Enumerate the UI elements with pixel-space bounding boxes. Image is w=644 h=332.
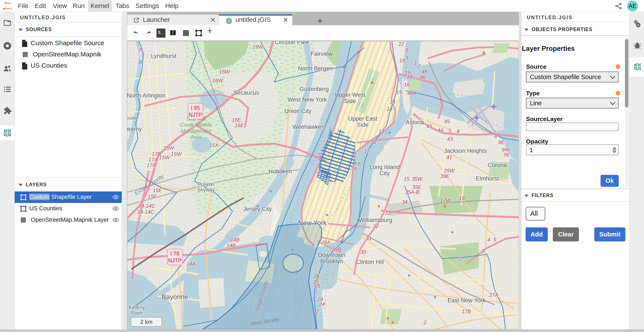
svg-text:19W: 19W: [252, 44, 264, 50]
svg-text:2 km: 2 km: [140, 318, 152, 325]
svg-text:5: 5: [448, 128, 452, 134]
svg-text:14A: 14A: [186, 261, 196, 267]
svg-text:3: 3: [405, 47, 408, 53]
svg-text:14: 14: [390, 99, 396, 105]
svg-text:Weehawken: Weehawken: [292, 124, 324, 130]
svg-text:Pulaski: Pulaski: [198, 181, 214, 187]
svg-text:28A: 28A: [321, 240, 330, 245]
svg-text:9E: 9E: [498, 140, 504, 145]
svg-text:Guttenberg: Guttenberg: [300, 86, 328, 92]
svg-text:43: 43: [447, 136, 453, 142]
svg-text:15E: 15E: [148, 194, 158, 199]
svg-text:32: 32: [373, 223, 379, 229]
svg-text:3: 3: [405, 55, 408, 60]
svg-text:Creek Wildlife: Creek Wildlife: [180, 122, 212, 128]
svg-text:8: 8: [358, 161, 360, 167]
svg-text:9: 9: [354, 166, 356, 172]
svg-text:11: 11: [364, 148, 370, 154]
svg-text:19: 19: [459, 195, 465, 201]
svg-text:39E: 39E: [440, 173, 450, 179]
svg-text:2: 2: [316, 308, 319, 314]
svg-text:16: 16: [404, 82, 410, 88]
svg-text:Skyway: Skyway: [197, 187, 215, 192]
svg-text:NJTP: NJTP: [168, 258, 182, 264]
svg-text:2: 2: [417, 63, 420, 68]
svg-text:46A: 46A: [407, 90, 416, 96]
svg-text:East New York: East New York: [448, 297, 486, 304]
svg-text:24: 24: [319, 301, 325, 307]
svg-text:eville: eville: [127, 115, 138, 121]
svg-text:16W: 16W: [212, 78, 224, 84]
svg-text:48: 48: [422, 69, 428, 74]
svg-text:33: 33: [385, 210, 391, 216]
svg-text:I 78: I 78: [170, 250, 180, 256]
svg-text:34: 34: [402, 199, 408, 205]
svg-text:18E;: 18E;: [232, 117, 242, 123]
svg-text:14-14C: 14-14C: [137, 209, 154, 215]
svg-text:46: 46: [420, 74, 426, 80]
svg-text:12: 12: [371, 139, 377, 145]
svg-text:Fairview: Fairview: [311, 50, 332, 57]
svg-text:Downtown: Downtown: [318, 252, 345, 258]
svg-text:7: 7: [471, 121, 474, 127]
svg-text:North Bergen: North Bergen: [298, 65, 333, 72]
svg-text:8: 8: [494, 133, 497, 139]
svg-text:35W;: 35W;: [412, 176, 424, 182]
svg-text:8: 8: [140, 46, 142, 52]
svg-text:15: 15: [396, 89, 402, 95]
svg-text:Hoboken: Hoboken: [268, 168, 292, 175]
svg-text:19: 19: [399, 58, 405, 63]
svg-text:17A: 17A: [147, 162, 156, 168]
svg-text:Side: Side: [357, 122, 368, 128]
svg-text:14B: 14B: [230, 237, 240, 243]
svg-text:15: 15: [404, 176, 410, 182]
svg-text:17B: 17B: [462, 308, 471, 314]
svg-text:3: 3: [481, 248, 484, 254]
svg-text:NJTP: NJTP: [189, 112, 202, 118]
svg-text:Lyndhurst: Lyndhurst: [151, 53, 176, 59]
svg-text:2: 2: [459, 256, 462, 262]
svg-text:26: 26: [314, 283, 320, 289]
svg-text:44: 44: [438, 127, 444, 133]
svg-text:7: 7: [323, 126, 326, 132]
svg-text:Cliffside Park: Cliffside Park: [275, 41, 309, 46]
svg-text:30: 30: [360, 249, 366, 255]
svg-text:15W: 15W: [163, 145, 174, 151]
svg-text:Secaucus: Secaucus: [234, 90, 259, 96]
svg-text:45: 45: [444, 118, 450, 124]
svg-text:8: 8: [139, 59, 142, 65]
svg-text:29B: 29B: [332, 246, 341, 252]
svg-text:4: 4: [456, 128, 460, 134]
svg-text:Astoria: Astoria: [406, 119, 424, 126]
svg-text:West New York: West New York: [288, 96, 327, 103]
svg-text:16E: 16E: [235, 122, 244, 128]
svg-text:13: 13: [378, 128, 384, 134]
svg-text:Corona: Corona: [488, 162, 507, 168]
svg-text:I 95: I 95: [191, 105, 200, 111]
svg-text:Jersey City: Jersey City: [243, 206, 272, 212]
svg-text:9E: 9E: [504, 152, 510, 158]
svg-text:17W: 17W: [440, 197, 451, 203]
svg-text:15E: 15E: [153, 188, 162, 193]
svg-text:27A: 27A: [489, 292, 498, 298]
svg-text:4: 4: [317, 170, 320, 175]
svg-text:Clinton Hill: Clinton Hill: [356, 259, 384, 265]
svg-text:1: 1: [414, 60, 417, 66]
svg-text:15W: 15W: [171, 151, 182, 157]
svg-text:31: 31: [366, 236, 372, 241]
svg-text:5: 5: [493, 236, 496, 242]
svg-text:North Arlington: North Arlington: [127, 92, 166, 99]
svg-text:Bayonne: Bayonne: [162, 293, 188, 301]
svg-text:35A-B: 35A-B: [405, 189, 420, 195]
svg-text:Upper West: Upper West: [335, 92, 366, 98]
svg-text:16W: 16W: [219, 69, 230, 74]
svg-text:Point: Point: [131, 310, 143, 316]
svg-text:Union City: Union City: [284, 108, 312, 114]
svg-text:18: 18: [407, 74, 412, 80]
svg-text:Jackson Heights: Jackson Heights: [444, 148, 487, 154]
svg-text:Kearny: Kearny: [129, 304, 145, 310]
svg-text:Kearny: Kearny: [127, 126, 142, 132]
svg-text:Side: Side: [344, 98, 356, 104]
svg-text:Williamsburg: Williamsburg: [359, 217, 392, 223]
svg-text:Brooklyn: Brooklyn: [320, 258, 343, 264]
